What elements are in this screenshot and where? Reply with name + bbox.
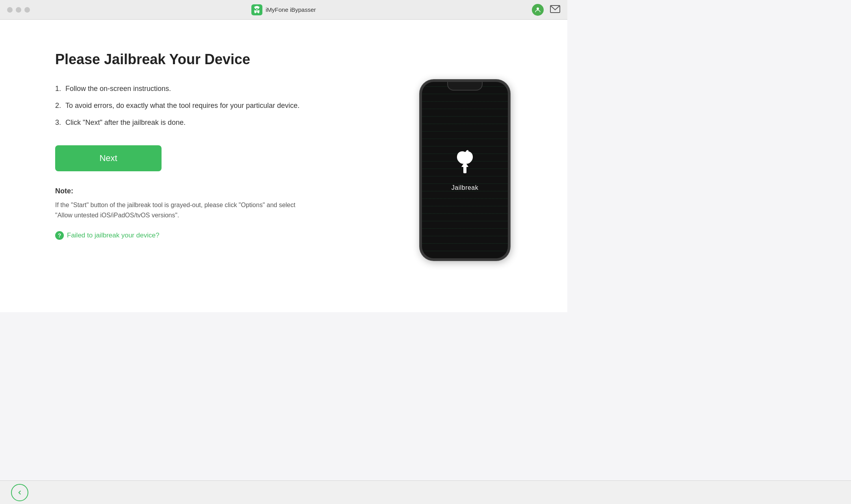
main-content: Please Jailbreak Your Device 1. Follow t… — [0, 20, 567, 312]
app-logo-icon — [251, 4, 262, 15]
instruction-text-1: Follow the on-screen instructions. — [65, 83, 171, 94]
instruction-num-3: 3. — [55, 117, 63, 128]
instruction-item-3: 3. Click "Next" after the jailbreak is d… — [55, 117, 370, 128]
next-button[interactable]: Next — [55, 145, 162, 171]
titlebar-actions — [532, 4, 560, 16]
titlebar: iMyFone iBypasser — [0, 0, 567, 20]
close-button[interactable] — [7, 7, 13, 13]
question-icon: ? — [55, 231, 64, 240]
maximize-button[interactable] — [24, 7, 30, 13]
apple-arrow-icon — [451, 149, 479, 180]
failed-link-text: Failed to jailbreak your device? — [67, 232, 159, 239]
note-text: If the "Start" button of the jailbreak t… — [55, 200, 299, 220]
instruction-item-1: 1. Follow the on-screen instructions. — [55, 83, 370, 94]
instruction-text-2: To avoid errors, do exactly what the too… — [65, 100, 299, 111]
jailbreak-label: Jailbreak — [452, 184, 479, 191]
phone-screen: Jailbreak — [422, 82, 508, 258]
instruction-num-1: 1. — [55, 83, 63, 94]
phone-notch — [447, 82, 483, 91]
page-title: Please Jailbreak Your Device — [55, 51, 370, 68]
jailbreak-logo: Jailbreak — [451, 149, 479, 191]
instruction-item-2: 2. To avoid errors, do exactly what the … — [55, 100, 370, 111]
titlebar-center: iMyFone iBypasser — [251, 4, 316, 15]
left-panel: Please Jailbreak Your Device 1. Follow t… — [55, 43, 370, 296]
traffic-lights — [7, 7, 30, 13]
user-icon[interactable] — [532, 4, 544, 16]
phone-mockup: Jailbreak — [420, 80, 510, 261]
mail-icon[interactable] — [550, 5, 560, 15]
right-panel: Jailbreak — [394, 43, 536, 296]
instruction-text-3: Click "Next" after the jailbreak is done… — [65, 117, 186, 128]
minimize-button[interactable] — [16, 7, 21, 13]
note-label: Note: — [55, 187, 370, 195]
failed-link[interactable]: ? Failed to jailbreak your device? — [55, 231, 370, 240]
instruction-num-2: 2. — [55, 100, 63, 111]
instructions-list: 1. Follow the on-screen instructions. 2.… — [55, 83, 370, 128]
app-title: iMyFone iBypasser — [266, 6, 316, 13]
svg-point-1 — [537, 7, 539, 10]
